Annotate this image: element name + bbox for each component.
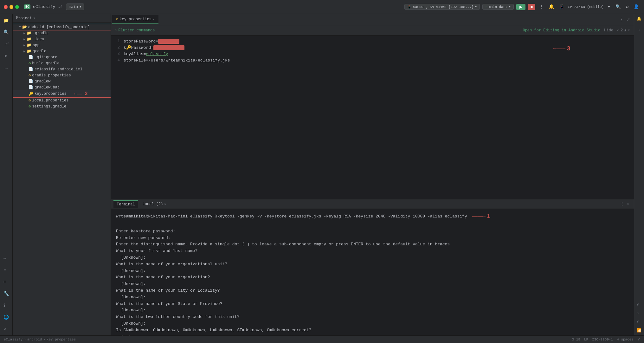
grid-icon[interactable]: ⊞	[2, 278, 10, 286]
device-icon-2: 📱	[558, 3, 566, 10]
file-name: local.properties	[32, 98, 68, 103]
key-properties-tab[interactable]: ⚙ key.properties ✕	[112, 15, 158, 24]
folder-name: app	[33, 43, 40, 48]
device-selector[interactable]: 📱 samsung SM-A146B [192.168...] ▾	[404, 4, 480, 10]
terminal-output-2: Re-enter new password:	[116, 235, 629, 242]
minimize-button[interactable]	[10, 5, 13, 9]
terminal-content[interactable]: wrteamnikita@Nikitas-Mac-mini eClassify …	[111, 209, 634, 335]
terminal-prompt-line: wrteamnikita@Nikitas-Mac-mini eClassify …	[116, 211, 629, 222]
file-tree: ▼ 📂 android [eclassify_android] ▶ 📁 .gra…	[13, 23, 111, 335]
gradlew-bat-file[interactable]: 📄 gradlew.bat	[13, 84, 111, 90]
globe-icon[interactable]: 🌐	[2, 313, 10, 321]
editor-expand-icon[interactable]: ⤢	[626, 17, 630, 22]
gradle-folder[interactable]: ▶ 📁 .gradle	[13, 30, 111, 36]
key-properties-file[interactable]: 🔑 key.properties ←—— 2	[13, 90, 111, 97]
layers-icon[interactable]: ≡	[2, 267, 10, 274]
build-gradle-file[interactable]: ⚙ build.gradle	[13, 60, 111, 66]
local-tab-close[interactable]: ✕	[164, 202, 166, 206]
breadcrumb-separator-1: ›	[24, 338, 26, 341]
terminal-close-icon[interactable]: ✕	[627, 202, 629, 206]
code-line-1: 1 storePassword=████████	[111, 38, 634, 44]
branch-selector[interactable]: main ▾	[66, 3, 84, 10]
local-tab[interactable]: Local (2) ✕	[139, 201, 170, 208]
local-properties-file[interactable]: ⚙ local.properties	[13, 97, 111, 103]
code-editor[interactable]: ←——— 3 1 storePassword=████████ 2 k🔑Pass…	[111, 36, 634, 199]
line-number-4: 4	[112, 58, 124, 62]
settings-icon[interactable]: ⚙	[625, 3, 630, 10]
file-icon: 📄	[29, 67, 33, 72]
dart-file-selector[interactable]: ⚡ main.dart ▾	[482, 4, 514, 10]
gradle-icon: ⚙	[29, 61, 31, 66]
open-android-studio-link[interactable]: Open for Editing in Android Studio	[523, 28, 600, 33]
checkmark-icon: ✓	[617, 28, 619, 33]
terminal-options-icon[interactable]: ⋮	[620, 202, 624, 206]
bolt-right-icon[interactable]: ⚡	[637, 311, 641, 316]
settings-gradle-file[interactable]: ⚙ settings.gradle	[13, 103, 111, 109]
avatar-icon[interactable]: 👤	[632, 3, 640, 10]
breadcrumb-2: android	[27, 338, 42, 341]
more-left-icon[interactable]: …	[3, 63, 9, 72]
line-content-1: storePassword=████████	[124, 39, 179, 44]
gradle-properties-file[interactable]: ⚙ gradle.properties	[13, 72, 111, 78]
extensions-icon[interactable]: 🔧	[2, 290, 10, 298]
file-icon: 📄	[29, 85, 33, 90]
maximize-button[interactable]	[15, 5, 19, 9]
hide-button[interactable]: Hide	[604, 28, 613, 33]
folder-icon: 📁	[27, 43, 31, 48]
git-icon[interactable]: ⎇	[3, 40, 10, 48]
iml-file[interactable]: 📄 eclassify_android.iml	[13, 66, 111, 72]
tree-chevron: ▶	[23, 31, 25, 35]
terminal-output-12: What is the name of your State or Provin…	[116, 301, 629, 307]
tree-chevron: ▶	[23, 49, 25, 53]
wifi-icon[interactable]: 📶	[637, 328, 641, 333]
ai-right-icon[interactable]: ✦	[638, 28, 640, 32]
chevron-down-icon: ▾	[509, 5, 511, 9]
file-name: gradlew	[35, 79, 50, 84]
notifications-right-icon[interactable]: 🔔	[637, 16, 641, 21]
run-button[interactable]: ▶	[516, 4, 525, 10]
git-right-icon[interactable]: ⚡	[637, 302, 641, 307]
expand-icon[interactable]: ↗	[2, 325, 10, 333]
terminal-output-8: What is the name of your organization?	[116, 274, 629, 281]
run-left-icon[interactable]: ▶	[3, 52, 9, 60]
editor-options-icon[interactable]: ⋮	[619, 17, 624, 22]
terminal-command-text: keytool -genkey -v -keystore eclassify.j…	[217, 213, 467, 220]
chevron-down-icon-device[interactable]: ▾	[606, 3, 611, 10]
annotation-1: 1	[487, 211, 491, 222]
key-file-icon: 🔑	[29, 92, 33, 96]
tab-close-icon[interactable]: ✕	[153, 17, 155, 21]
editor-area: ⚙ key.properties ✕ ⋮ ⤢ ⚡ Flutter command…	[111, 14, 634, 335]
lightning-right-icon[interactable]: ⚡	[637, 320, 641, 324]
idea-folder[interactable]: ▶ 📁 .idea	[13, 36, 111, 42]
line-number-1: 1	[112, 39, 124, 43]
expand-status-icon[interactable]: ⤢	[637, 337, 640, 341]
editor-toolbar: ⚡ Flutter commands Open for Editing in A…	[111, 25, 634, 36]
branch-name: main	[69, 5, 78, 9]
main-area: 📁 🔍 ⎇ ▶ … ⌨ ≡ ⊞ 🔧 ℹ 🌐 ↗ Project ▾ ▼ 📂 an…	[0, 14, 644, 335]
gitignore-file[interactable]: 📄 .gitignore	[13, 54, 111, 60]
app-logo: EC	[24, 4, 30, 9]
line-count-value: 2	[621, 28, 623, 33]
search-icon[interactable]: 🔍	[614, 3, 622, 10]
search-left-icon[interactable]: 🔍	[2, 28, 10, 36]
terminal-output-4: What is your first and last name?	[116, 248, 629, 255]
panel-title: Project	[16, 16, 32, 21]
line-ending: LF	[584, 338, 588, 341]
gradlew-file[interactable]: 📄 gradlew	[13, 78, 111, 84]
gradle-dir-folder[interactable]: ▶ 📁 gradle	[13, 48, 111, 54]
info-icon[interactable]: ℹ	[2, 301, 10, 309]
left-sidebar: 📁 🔍 ⎇ ▶ … ⌨ ≡ ⊞ 🔧 ℹ 🌐 ↗	[0, 14, 13, 335]
android-root-folder[interactable]: ▼ 📂 android [eclassify_android]	[13, 24, 111, 30]
terminal-icon[interactable]: ⌨	[2, 255, 10, 263]
close-button[interactable]	[4, 5, 8, 9]
key-icon-inline: 🔑	[126, 45, 131, 50]
app-folder[interactable]: ▶ 📁 app	[13, 42, 111, 48]
notifications-icon[interactable]: 🔔	[547, 3, 555, 10]
folder-icon[interactable]: 📁	[2, 16, 10, 24]
line-content-3: keyAlias=eclassify	[124, 52, 168, 56]
terminal-tab[interactable]: Terminal	[113, 200, 138, 208]
more-options-icon[interactable]: ⋮	[538, 3, 545, 10]
stop-button[interactable]: ■	[528, 4, 535, 10]
terminal-tabs: Terminal Local (2) ✕ ⋮ ✕	[111, 199, 634, 209]
device-name: samsung SM-A146B [192.168...]	[413, 5, 473, 9]
